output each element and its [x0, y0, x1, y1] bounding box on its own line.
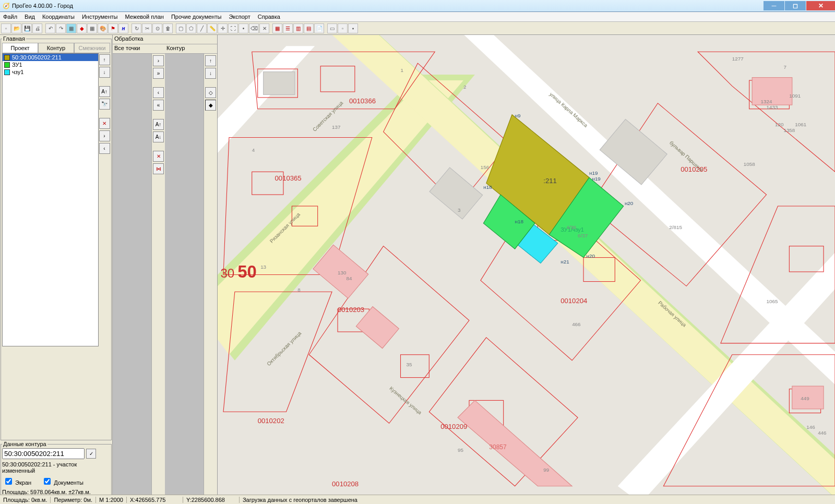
contour-pts-list[interactable] [165, 54, 204, 497]
cnt-up-icon[interactable]: ↑ [205, 55, 216, 66]
svg-text:0010203: 0010203 [338, 306, 364, 314]
window-minimize[interactable]: ─ [764, 1, 784, 10]
tb-grid-icon[interactable]: ▦ [87, 23, 97, 33]
move-up-icon[interactable]: ↑ [99, 54, 110, 65]
cancel-sel-icon[interactable]: ✕ [99, 118, 110, 129]
pts-forward-all-icon[interactable]: » [153, 68, 164, 79]
map-canvas[interactable]: :211 ЗУ1/чзу1 50 30 Советская улицаРязан… [218, 35, 835, 497]
tb-colors-icon[interactable]: ◆ [77, 23, 87, 33]
tb-open-icon[interactable]: 📂 [11, 23, 21, 33]
window-maximize[interactable]: ◻ [785, 1, 806, 10]
all-points-header: Все точки [113, 44, 165, 54]
svg-text:н20: н20 [625, 200, 634, 206]
tb-layers-icon[interactable]: ▦ [66, 23, 76, 33]
contour-id-input[interactable] [2, 448, 85, 459]
project-list[interactable]: 50:30:0050202:211ЗУ1чзу1 [2, 53, 99, 346]
tb-cut-icon[interactable]: ✂ [142, 23, 152, 33]
zoom-target-icon[interactable]: 🔭 [99, 99, 110, 110]
cnt-flip-icon[interactable]: ◇ [205, 87, 216, 98]
tb-square-icon[interactable]: ▢ [176, 23, 186, 33]
check-docs[interactable]: Документы [42, 476, 84, 486]
pts-del-icon[interactable]: ✕ [153, 151, 164, 162]
pts-sort-desc-icon[interactable]: A↓ [153, 131, 164, 142]
parcel-211-label: :211 [543, 177, 557, 185]
tb-extra3-icon[interactable]: ▪ [348, 23, 358, 33]
tab-neighbors[interactable]: Смежники [74, 43, 110, 53]
tb-extra2-icon[interactable]: ▫ [338, 23, 348, 33]
big-50: 50 [237, 262, 257, 281]
check-screen[interactable]: Экран [3, 476, 31, 486]
tb-erase-icon[interactable]: ⌫ [249, 23, 259, 33]
pts-del-all-icon[interactable]: ⋈ [153, 163, 164, 174]
svg-text:н18: н18 [483, 184, 492, 190]
tb-table-icon[interactable]: ▦ [272, 23, 282, 33]
project-item[interactable]: 50:30:0050202:211 [3, 54, 98, 61]
svg-text:2: 2 [463, 84, 466, 90]
svg-text:0010205: 0010205 [681, 165, 707, 173]
project-item[interactable]: чзу1 [3, 68, 98, 76]
pts-forward-icon[interactable]: › [153, 55, 164, 66]
tb-save-icon[interactable]: 💾 [22, 23, 32, 33]
tb-doc-icon[interactable]: 📄 [314, 23, 324, 33]
tb-polygon-icon[interactable]: ⬠ [186, 23, 196, 33]
tb-bounds-icon[interactable]: ⛶ [228, 23, 238, 33]
svg-text:466: 466 [572, 321, 581, 327]
tab-contour[interactable]: Контур [38, 43, 74, 53]
tb-centroid-icon[interactable]: ⊙ [152, 23, 162, 33]
menu-export[interactable]: Экспорт [229, 14, 250, 20]
svg-text:н21: н21 [560, 259, 569, 265]
tb-palette-icon[interactable]: 🎨 [98, 23, 108, 33]
tb-grid2-icon[interactable]: ▥ [293, 23, 303, 33]
menubar: Файл Вид Координаты Инструменты Межевой … [0, 12, 835, 22]
pts-sort-asc-icon[interactable]: A↑ [153, 119, 164, 130]
menu-help[interactable]: Справка [258, 14, 280, 20]
svg-text:н9: н9 [515, 113, 521, 118]
sort-asc-icon[interactable]: A↑ [99, 86, 110, 97]
menu-tools[interactable]: Инструменты [82, 14, 118, 20]
svg-text:1358: 1358 [783, 127, 795, 133]
window-close[interactable]: ✕ [806, 1, 835, 10]
svg-text:1: 1 [401, 67, 403, 73]
tb-rotate-icon[interactable]: ↻ [132, 23, 141, 33]
tb-ruler-icon[interactable]: 📏 [207, 23, 217, 33]
cnt-tool-icon[interactable]: ◆ [205, 100, 216, 111]
menu-other[interactable]: Прочие документы [171, 14, 222, 20]
menu-coords[interactable]: Координаты [42, 14, 75, 20]
svg-text:1061: 1061 [795, 122, 806, 127]
tb-line-icon[interactable]: ╱ [197, 23, 207, 33]
svg-text:130: 130 [338, 270, 347, 275]
svg-text:0010209: 0010209 [440, 423, 467, 430]
tb-undo-icon[interactable]: ↶ [45, 23, 55, 33]
tb-snap-icon[interactable]: ✛ [218, 23, 228, 33]
pts-back-icon[interactable]: ‹ [153, 87, 164, 98]
svg-text:137: 137 [332, 124, 340, 130]
svg-text:1091: 1091 [789, 93, 801, 99]
tb-print-icon[interactable]: 🖨 [32, 23, 42, 33]
tb-extra1-icon[interactable]: ▭ [327, 23, 337, 33]
tab-project[interactable]: Проект [2, 43, 38, 53]
tb-redo-icon[interactable]: ↷ [56, 23, 66, 33]
svg-text:0010208: 0010208 [332, 480, 359, 488]
project-item[interactable]: ЗУ1 [3, 61, 98, 68]
tb-cross-icon[interactable]: ✕ [259, 23, 269, 33]
svg-text:1277: 1277 [732, 56, 744, 62]
tb-list-icon[interactable]: ☰ [283, 23, 293, 33]
all-points-list[interactable] [113, 54, 151, 497]
tb-form-icon[interactable]: ▤ [304, 23, 314, 33]
prev-icon[interactable]: ‹ [99, 143, 110, 154]
tb-point-icon[interactable]: • [238, 23, 248, 33]
svg-text:7: 7 [783, 64, 786, 70]
menu-file[interactable]: Файл [3, 14, 17, 20]
processing-panel: Обработка Все точки › » ‹ « A↑ [113, 35, 218, 497]
menu-plan[interactable]: Межевой план [125, 14, 164, 20]
tb-flag-icon[interactable]: ⚑ [108, 23, 118, 33]
next-icon[interactable]: › [99, 130, 110, 141]
cnt-down-icon[interactable]: ↓ [205, 68, 216, 79]
pts-back-all-icon[interactable]: « [153, 100, 164, 111]
move-down-icon[interactable]: ↓ [99, 67, 110, 78]
menu-view[interactable]: Вид [25, 14, 35, 20]
tb-new-icon[interactable]: ▫ [1, 23, 11, 33]
tb-italic-icon[interactable]: н [118, 23, 128, 33]
confirm-contour-button[interactable]: ✓ [86, 449, 96, 459]
tb-trash-icon[interactable]: 🗑 [163, 23, 173, 33]
